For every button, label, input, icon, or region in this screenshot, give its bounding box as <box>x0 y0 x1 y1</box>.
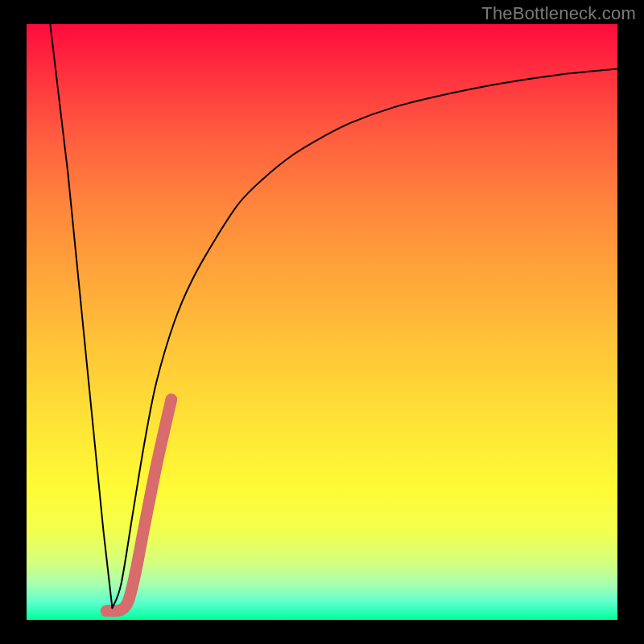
chart-frame: TheBottleneck.com <box>0 0 644 644</box>
curve-left-descent <box>50 24 112 608</box>
plot-area <box>27 24 617 620</box>
chart-svg <box>27 24 617 620</box>
watermark-text: TheBottleneck.com <box>481 3 636 24</box>
curve-right <box>112 69 617 609</box>
marker-stroke <box>106 399 171 611</box>
